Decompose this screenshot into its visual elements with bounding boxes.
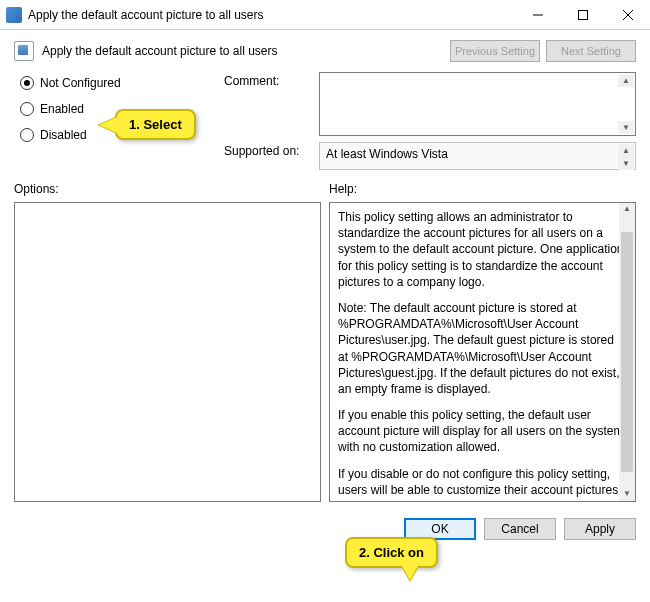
svg-rect-1	[578, 10, 587, 19]
comment-label: Comment:	[224, 72, 319, 136]
callout-tail-icon	[99, 117, 117, 133]
options-box[interactable]	[14, 202, 321, 502]
scroll-up-icon[interactable]: ▲	[618, 74, 634, 87]
nav-buttons: Previous Setting Next Setting	[450, 40, 636, 62]
help-paragraph: If you disable or do not configure this …	[338, 466, 627, 498]
callout-tail-icon	[402, 566, 418, 580]
annotation-text: 1. Select	[129, 117, 182, 132]
policy-title: Apply the default account picture to all…	[42, 44, 277, 58]
scrollbar[interactable]: ▲ ▼	[619, 203, 635, 501]
window-controls	[515, 0, 650, 29]
panels: Options: Help: This policy setting allow…	[14, 182, 636, 502]
close-button[interactable]	[605, 0, 650, 29]
scroll-down-icon[interactable]: ▼	[618, 157, 634, 170]
app-icon	[6, 7, 22, 23]
window-title: Apply the default account picture to all…	[28, 8, 515, 22]
fields-col: Comment: ▲ ▼ Supported on: At least Wind…	[224, 72, 636, 176]
radio-not-configured[interactable]: Not Configured	[20, 76, 224, 90]
annotation-click-on: 2. Click on	[345, 537, 438, 568]
comment-row: Comment: ▲ ▼	[224, 72, 636, 136]
minimize-button[interactable]	[515, 0, 560, 29]
maximize-button[interactable]	[560, 0, 605, 29]
radio-label: Not Configured	[40, 76, 121, 90]
comment-textarea[interactable]: ▲ ▼	[319, 72, 636, 136]
radio-icon	[20, 128, 34, 142]
previous-setting-button[interactable]: Previous Setting	[450, 40, 540, 62]
help-box[interactable]: This policy setting allows an administra…	[329, 202, 636, 502]
scroll-down-icon[interactable]: ▼	[619, 488, 635, 501]
scroll-down-icon[interactable]: ▼	[618, 121, 634, 134]
annotation-text: 2. Click on	[359, 545, 424, 560]
help-label: Help:	[329, 182, 636, 196]
help-paragraph: This policy setting allows an administra…	[338, 209, 627, 290]
radio-label: Disabled	[40, 128, 87, 142]
help-paragraph: Note: The default account picture is sto…	[338, 300, 627, 397]
next-setting-button[interactable]: Next Setting	[546, 40, 636, 62]
cancel-button[interactable]: Cancel	[484, 518, 556, 540]
options-panel: Options:	[14, 182, 321, 502]
options-label: Options:	[14, 182, 321, 196]
supported-value: At least Windows Vista	[326, 147, 448, 161]
supported-label: Supported on:	[224, 142, 319, 170]
scroll-up-icon[interactable]: ▲	[619, 203, 635, 216]
scroll-thumb[interactable]	[621, 232, 633, 472]
radio-label: Enabled	[40, 102, 84, 116]
radio-icon	[20, 76, 34, 90]
help-paragraph: If you enable this policy setting, the d…	[338, 407, 627, 456]
footer: OK Cancel Apply	[0, 510, 650, 548]
scroll-up-icon[interactable]: ▲	[618, 144, 634, 157]
supported-row: Supported on: At least Windows Vista ▲ ▼	[224, 142, 636, 170]
radio-icon	[20, 102, 34, 116]
annotation-select: 1. Select	[115, 109, 196, 140]
header-row: Apply the default account picture to all…	[14, 40, 636, 62]
supported-value-box: At least Windows Vista ▲ ▼	[319, 142, 636, 170]
content-area: Apply the default account picture to all…	[0, 30, 650, 510]
help-panel: Help: This policy setting allows an admi…	[329, 182, 636, 502]
apply-button[interactable]: Apply	[564, 518, 636, 540]
scrollbar[interactable]: ▲ ▼	[618, 144, 634, 168]
scrollbar[interactable]: ▲ ▼	[618, 74, 634, 134]
policy-icon	[14, 41, 34, 61]
titlebar: Apply the default account picture to all…	[0, 0, 650, 30]
